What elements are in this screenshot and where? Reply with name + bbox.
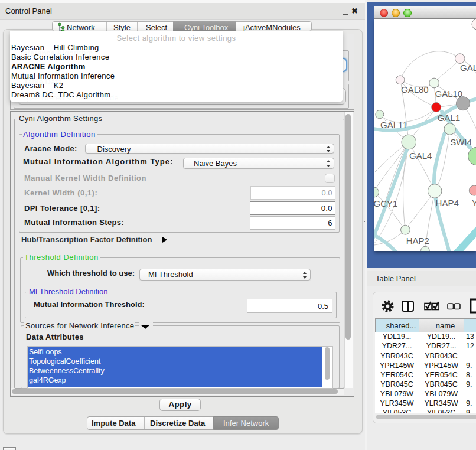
svg-text:GAL1: GAL1 — [438, 112, 460, 122]
svg-text:GAL80: GAL80 — [401, 84, 429, 94]
svg-text:GAL10: GAL10 — [435, 88, 463, 98]
svg-text:GCY1: GCY1 — [374, 198, 397, 208]
svg-text:GAL4: GAL4 — [409, 150, 432, 160]
svg-text:GAL11: GAL11 — [380, 120, 407, 130]
svg-text:SWI4: SWI4 — [450, 137, 472, 147]
svg-text:GAL2: GAL2 — [460, 63, 476, 73]
svg-text:HAP4: HAP4 — [436, 197, 459, 207]
svg-text:Y: Y — [472, 197, 476, 207]
svg-text:HAP2: HAP2 — [406, 235, 429, 245]
